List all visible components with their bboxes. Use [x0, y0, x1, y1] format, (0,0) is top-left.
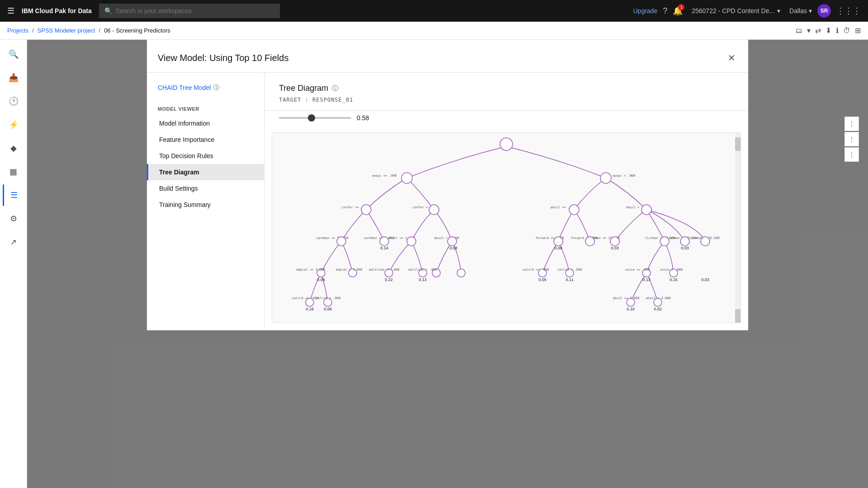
model-icon[interactable]: 🗂 [795, 27, 802, 35]
download-icon[interactable]: ⬇ [826, 26, 831, 35]
account-label: 2560722 - CPD Content De... [692, 7, 774, 14]
compare-icon[interactable]: ⇄ [815, 26, 821, 35]
breadcrumb-sep-1: / [32, 27, 34, 34]
breadcrumb-project[interactable]: SPSS Modeler project [38, 27, 95, 34]
search-input[interactable] [116, 7, 274, 14]
region-label: Dallas [789, 7, 807, 14]
breadcrumb-actions: 🗂 ▾ ⇄ ⬇ ℹ ⏱ ⊞ [795, 26, 861, 35]
user-avatar[interactable]: SR [817, 4, 831, 18]
breadcrumb-bar: Projects / SPSS Modeler project / 06 - S… [0, 22, 868, 40]
notification-badge: 1 [678, 4, 684, 10]
nav-actions: Upgrade ? 🔔 1 2560722 - CPD Content De..… [633, 4, 861, 18]
chevron-down-icon[interactable]: ▾ [807, 26, 811, 35]
apps-icon[interactable]: ⋮⋮⋮ [836, 6, 861, 16]
region-menu[interactable]: Dallas ▾ [789, 7, 812, 14]
info-icon[interactable]: ℹ [836, 26, 839, 35]
top-navigation: ☰ IBM Cloud Pak for Data 🔍 Upgrade ? 🔔 1… [0, 0, 868, 22]
chevron-down-icon: ▾ [809, 7, 812, 14]
history-icon[interactable]: ⏱ [843, 27, 850, 35]
global-search[interactable]: 🔍 [99, 4, 280, 18]
search-icon: 🔍 [104, 7, 112, 14]
breadcrumb-projects[interactable]: Projects [7, 27, 28, 34]
grid-icon[interactable]: ⊞ [855, 26, 861, 35]
hamburger-icon[interactable]: ☰ [7, 6, 14, 16]
app-logo: IBM Cloud Pak for Data [22, 7, 92, 14]
chevron-down-icon: ▾ [777, 7, 780, 14]
account-menu[interactable]: 2560722 - CPD Content De... ▾ [688, 7, 784, 14]
breadcrumb-current: 06 - Screening Predictors [104, 27, 170, 34]
help-icon[interactable]: ? [663, 6, 667, 16]
notifications-icon[interactable]: 🔔 1 [673, 6, 683, 16]
upgrade-button[interactable]: Upgrade [633, 7, 657, 14]
breadcrumb-sep-2: / [99, 27, 101, 34]
